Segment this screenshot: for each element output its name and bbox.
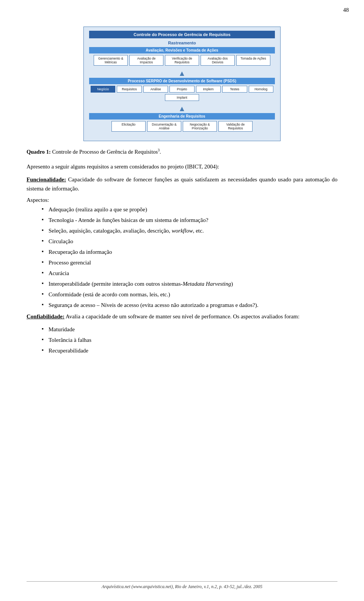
confiabilidade-label: Confiabilidade: <box>27 313 64 319</box>
list-item: Conformidade (está de acordo com normas,… <box>42 290 337 299</box>
aspectos-label: Aspectos: <box>27 197 337 203</box>
caption-text: Controle de Processo de Gerência de Requ… <box>51 149 158 155</box>
confiabilidade-paragraph: Confiabilidade: Avalia a capacidade de u… <box>27 312 337 321</box>
list-item: Recuperabilidade <box>42 346 337 355</box>
diagram-rastreamento: Rastreamento <box>89 41 275 45</box>
diag-box-avaliacao-impactos: Avaliação de Impactos <box>129 55 163 66</box>
diagram-arrow-1: ▲ <box>89 69 275 77</box>
diagram-avaliacao-title: Avaliação, Revisões e Tomada de Ações <box>89 47 275 53</box>
intro-paragraph: Apresento a seguir alguns requisitos a s… <box>27 162 337 171</box>
diagram-container: Controle do Processo de Gerência de Requ… <box>27 27 337 141</box>
diag-box-negocio: Negócio <box>91 86 115 93</box>
list-item: Seleção, aquisição, catalogação, avaliaç… <box>42 226 337 235</box>
diagram-serpro-boxes: Negócio Requisitos Análise Projeto Imple… <box>89 86 275 102</box>
diagram-engenharia-boxes: Elicitação Documentação & Análise Negoci… <box>89 121 275 133</box>
list-item: Acurácia <box>42 269 337 278</box>
page-number: 48 <box>343 7 349 13</box>
diag-box-requisitos: Requisitos <box>117 86 141 93</box>
italic-workflow: workflow <box>172 228 193 234</box>
list-item: Processo gerencial <box>42 258 337 267</box>
funcionalidade-text: Capacidade do software de fornecer funçõ… <box>27 176 337 192</box>
confiabilidade-list: Maturidade Tolerância à falhas Recuperab… <box>27 325 337 355</box>
page-footer: Arquivística.net (www.arquivistica.net),… <box>27 581 337 590</box>
list-item: Interoperabilidade (permite interação co… <box>42 279 337 288</box>
diag-box-elicitacao: Elicitação <box>111 121 146 132</box>
list-item: Segurança de acesso – Níveis de acesso (… <box>42 300 337 310</box>
diagram-serpro-section: Processo SERPRO de Desenvolvimento de So… <box>89 78 275 102</box>
diag-box-implem: Implem <box>196 86 221 93</box>
diag-box-implant: Implant <box>165 94 199 101</box>
diagram-engenharia-title: Engenharia de Requisitos <box>89 113 275 120</box>
diagram-engenharia-section: Engenharia de Requisitos Elicitação Docu… <box>89 113 275 133</box>
aspectos-list: Adequação (realiza aquilo a que se propõ… <box>27 205 337 310</box>
list-item: Maturidade <box>42 325 337 334</box>
diag-box-analise: Análise <box>143 86 168 93</box>
footer-text: Arquivística.net (www.arquivistica.net),… <box>102 584 262 589</box>
list-item: Adequação (realiza aquilo a que se propõ… <box>42 205 337 214</box>
caption-bold: Quadro 1: <box>27 149 51 155</box>
diag-box-documentacao: Documentação & Análise <box>147 121 181 132</box>
list-item: Tecnologia - Atende às funções básicas d… <box>42 216 337 225</box>
list-item: Tolerância à falhas <box>42 335 337 345</box>
funcionalidade-paragraph: Funcionalidade: Capacidade do software d… <box>27 175 337 193</box>
list-item: Circulação <box>42 237 337 246</box>
list-item: Recuperação da informação <box>42 247 337 256</box>
diag-box-avaliacao-desvios: Avaliação dos Desvios <box>201 55 235 66</box>
diag-box-validacao: Validação de Requisitos <box>218 121 253 132</box>
intro-text: Apresento a seguir alguns requisitos a s… <box>27 164 219 170</box>
diagram-main-title: Controle do Processo de Gerência de Requ… <box>89 31 275 38</box>
diagram-avaliacao-boxes: Gerenciamento & Métricas Avaliação de Im… <box>89 55 275 67</box>
diagram-avaliacao-section: Avaliação, Revisões e Tomada de Ações Ge… <box>89 47 275 67</box>
diagram: Controle do Processo de Gerência de Requ… <box>83 27 281 141</box>
diag-box-testes: Testes <box>222 86 247 93</box>
caption-superscript: 3 <box>158 148 160 152</box>
diag-box-verificacao: Verificação de Requisitos <box>165 55 199 66</box>
diag-box-homolog: Homolog <box>249 86 273 93</box>
diagram-arrow-2: ▲ <box>89 105 275 112</box>
diag-box-tomada: Tomada de Ações <box>236 55 270 66</box>
diagram-serpro-title: Processo SERPRO de Desenvolvimento de So… <box>89 78 275 84</box>
diag-box-negociacao: Negociação & Priorização <box>183 121 217 132</box>
italic-metadata: Metadata Harvesting <box>183 281 231 287</box>
figure-caption: Quadro 1: Controle de Processo de Gerênc… <box>27 148 337 155</box>
diag-box-projeto: Projeto <box>169 86 194 93</box>
funcionalidade-label: Funcionalidade: <box>27 176 66 183</box>
diag-box-gerenciamento: Gerenciamento & Métricas <box>94 55 128 66</box>
confiabilidade-text: Avalia a capacidade de um software de ma… <box>64 313 300 319</box>
